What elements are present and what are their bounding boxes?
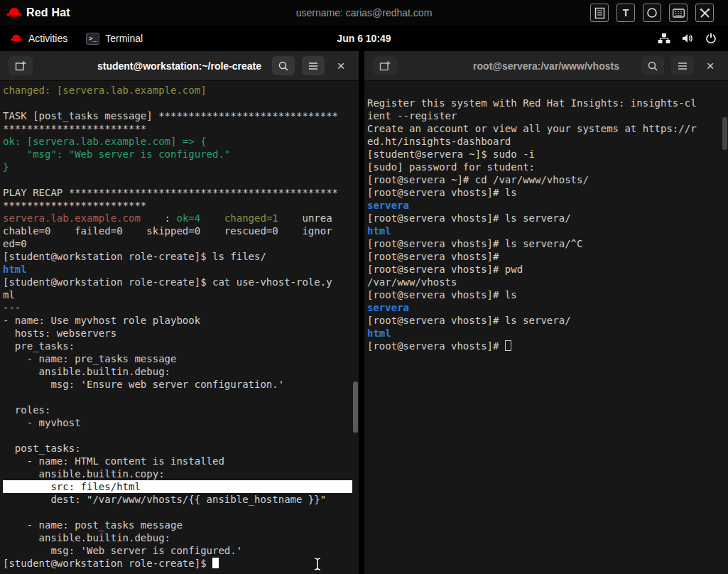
terminal-line (3, 391, 352, 404)
terminal-line: - name: pre_tasks message (3, 352, 352, 365)
terminal-line: [root@servera vhosts]# ls servera/ (367, 212, 722, 224)
terminal-window-servera: root@servera:/var/www/vhosts × Register … (364, 51, 728, 574)
gnome-top-bar: Activities >_ Terminal Jun 6 10:49 (0, 26, 728, 51)
terminal-line: - name: post_tasks message (3, 519, 352, 531)
terminal-line: ient --register (367, 109, 722, 122)
terminal-line: [root@servera vhosts]# (367, 250, 722, 263)
terminal-line: [root@servera vhosts]# ls (367, 186, 722, 199)
terminal-line: --- (3, 301, 352, 314)
terminal-line: "msg": "Web server is configured." (3, 148, 352, 161)
terminal-line: msg: 'Web server is configured.' (3, 544, 352, 557)
terminal-line: ************************ (3, 122, 352, 135)
terminal-line: ok: [servera.lab.example.com] => { (3, 135, 352, 148)
terminal-line: [root@servera vhosts]# (367, 340, 722, 352)
terminal-line: msg: 'Ensure web server configuration.' (3, 378, 352, 391)
terminal-line: dest: "/var/www/vhosts/{{ ansible_hostna… (3, 493, 352, 506)
new-tab-button[interactable] (373, 56, 397, 75)
terminal-line (367, 84, 722, 97)
terminal-line: ************************ (3, 199, 352, 212)
text-tool-icon[interactable]: T (616, 4, 635, 22)
terminal-line: [root@servera vhosts]# ls servera/ (367, 314, 722, 327)
power-icon[interactable] (705, 33, 717, 44)
terminal-line: Register this system with Red Hat Insigh… (367, 97, 722, 109)
app-menu-terminal[interactable]: >_ Terminal (86, 33, 143, 45)
terminal-app-icon: >_ (86, 33, 99, 45)
terminal-line: - name: Use myvhost role playbook (3, 314, 352, 327)
right-terminal-header: root@servera:/var/www/vhosts × (364, 51, 728, 81)
terminal-line: - name: HTML content is installed (3, 455, 352, 467)
menu-button[interactable] (302, 56, 325, 75)
terminal-line (3, 429, 352, 442)
activities-label: Activities (28, 33, 67, 44)
left-terminal-content[interactable]: changed: [servera.lab.example.com]TASK [… (0, 81, 359, 574)
terminal-line-selected: src: files/html (3, 480, 352, 493)
terminal-line: changed: [servera.lab.example.com] (3, 84, 352, 97)
right-terminal-content[interactable]: Register this system with Red Hat Insigh… (364, 81, 728, 574)
terminal-line: html (3, 263, 352, 276)
terminal-line: [student@workstation role-create]$ ls fi… (3, 250, 352, 263)
terminal-cursor-focused (212, 558, 219, 568)
terminal-line: [root@servera vhosts]# ls (367, 288, 722, 301)
redhat-logo: Red Hat (0, 6, 70, 19)
terminal-line: [root@servera vhosts]# pwd (367, 263, 722, 276)
terminal-line: ed=0 (3, 237, 352, 250)
terminal-line: [student@workstation role-create]$ (3, 557, 352, 570)
system-top-bar: Red Hat username: carias@redhat.com T (0, 0, 728, 26)
redhat-fedora-icon (6, 6, 23, 19)
left-scrollbar-thumb[interactable] (353, 381, 358, 433)
terminal-line: [root@servera vhosts]# ls servera/^C (367, 237, 722, 250)
terminal-line: html (367, 224, 722, 237)
terminal-line: ansible.builtin.debug: (3, 531, 352, 544)
terminal-line (3, 173, 352, 186)
terminal-line: TASK [post_tasks message] **************… (3, 109, 352, 122)
clipboard-icon[interactable] (590, 4, 609, 22)
terminal-line: pre_tasks: (3, 340, 352, 352)
terminal-line: - myvhost (3, 416, 352, 429)
terminal-line: [root@servera ~]# cd /var/www/vhosts/ (367, 173, 722, 186)
menu-button[interactable] (671, 56, 694, 75)
terminal-line: ansible.builtin.copy: (3, 467, 352, 480)
terminal-line (3, 506, 352, 519)
keyboard-icon[interactable] (669, 4, 688, 22)
terminal-line: hosts: webservers (3, 327, 352, 340)
tools-icon[interactable] (695, 4, 714, 22)
search-button[interactable] (272, 56, 295, 75)
right-scrollbar-thumb[interactable] (722, 117, 727, 150)
app-menu-label: Terminal (105, 33, 143, 44)
terminal-line: chable=0 failed=0 skipped=0 rescued=0 ig… (3, 224, 352, 237)
search-button[interactable] (641, 56, 664, 75)
terminal-line: PLAY RECAP *****************************… (3, 186, 352, 199)
terminal-line: servera (367, 199, 722, 212)
terminal-line: roles: (3, 404, 352, 416)
terminal-window-workstation: student@workstation:~/role-create × chan… (0, 51, 359, 574)
terminal-line: /var/www/vhosts (367, 276, 722, 288)
terminal-line: [student@servera ~]$ sudo -i (367, 148, 722, 161)
network-icon[interactable] (658, 33, 670, 44)
volume-icon[interactable] (682, 33, 694, 44)
terminal-cursor-unfocused (505, 340, 511, 351)
terminal-line: servera.lab.example.com : ok=4 changed=1… (3, 212, 352, 224)
terminal-line: html (367, 327, 722, 340)
terminal-line: Create an account or view all your syste… (367, 122, 722, 135)
activities-fedora-icon (10, 33, 23, 43)
left-terminal-header: student@workstation:~/role-create × (0, 51, 359, 81)
redhat-logo-text: Red Hat (26, 6, 70, 19)
terminal-line (3, 97, 352, 109)
terminal-line: ed.ht/insights-dashboard (367, 135, 722, 148)
terminal-line: [sudo] password for student: (367, 161, 722, 173)
terminal-line: ansible.builtin.debug: (3, 365, 352, 378)
terminal-line: ml (3, 288, 352, 301)
record-icon[interactable] (643, 4, 661, 22)
terminal-line: servera (367, 301, 722, 314)
close-button[interactable]: × (332, 57, 350, 75)
terminal-line: } (3, 161, 352, 173)
tray-icons: T (590, 4, 728, 22)
close-button[interactable]: × (701, 57, 719, 75)
terminal-line: [student@workstation role-create]$ cat u… (3, 276, 352, 288)
terminal-line: post_tasks: (3, 442, 352, 455)
activities-button[interactable]: Activities (10, 33, 67, 44)
new-tab-button[interactable] (9, 56, 33, 75)
